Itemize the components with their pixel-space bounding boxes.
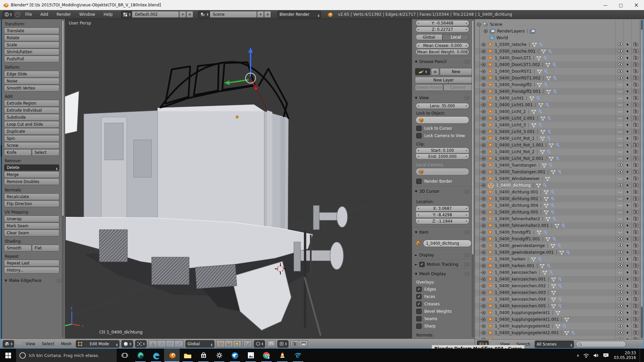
panel-header-3d-cursor[interactable]: ▼3D Cursor <box>415 189 473 194</box>
collapse-expand-icon[interactable] <box>482 317 486 321</box>
screen-layout-browse[interactable]: ▲▼ <box>121 11 132 18</box>
selectability-cursor-icon[interactable] <box>626 230 630 235</box>
orientation-select[interactable]: Global▲▼ <box>185 340 214 348</box>
visibility-eye-icon[interactable] <box>618 136 623 140</box>
object-name[interactable]: 1_0400_gewindestannge.001 <box>495 250 554 255</box>
selectability-cursor-icon[interactable] <box>626 42 630 47</box>
selectability-cursor-icon[interactable] <box>626 243 630 248</box>
selectability-cursor-icon[interactable] <box>626 196 630 201</box>
collapse-expand-icon[interactable] <box>482 244 486 248</box>
outliner-row[interactable]: 1_0400_Licht_Rot_2| <box>475 148 644 155</box>
checkbox[interactable]: ✓ <box>416 294 422 299</box>
menu-window[interactable]: Window <box>76 12 98 17</box>
visibility-eye-icon[interactable] <box>618 123 623 127</box>
selectability-cursor-icon[interactable] <box>626 183 630 188</box>
taskbar-thunderbird-icon[interactable] <box>227 349 243 362</box>
selectability-cursor-icon[interactable] <box>626 257 630 261</box>
renderability-camera-icon[interactable] <box>633 304 638 308</box>
checkbox[interactable]: ✓ <box>416 301 422 307</box>
collapse-expand-icon[interactable] <box>482 270 486 275</box>
renderability-camera-icon[interactable] <box>633 149 638 154</box>
outliner-row[interactable]: 1_0400_Licht_3| <box>475 122 644 128</box>
collapse-expand-icon[interactable] <box>482 43 486 47</box>
visibility-eye-icon[interactable] <box>618 96 623 100</box>
object-name[interactable]: 1_0400_Tuerstangen.001 <box>495 170 545 174</box>
outliner-row[interactable]: 1_0400_frondgiff1.001| <box>475 236 644 242</box>
visibility-eye-icon[interactable] <box>618 250 623 254</box>
selectability-cursor-icon[interactable] <box>626 284 630 288</box>
renderability-camera-icon[interactable] <box>633 237 638 241</box>
decrement-arrow-icon[interactable]: ◂ <box>418 21 419 24</box>
tool-button-extrude-individual[interactable]: Extrude Individual <box>4 107 59 114</box>
panel-drag-grip[interactable] <box>464 96 470 100</box>
face-select-button[interactable] <box>233 340 241 347</box>
selectability-cursor-icon[interactable] <box>626 143 630 147</box>
panel-header-grease-pencil[interactable]: ▼Grease Pencil <box>415 59 473 64</box>
world-name[interactable]: World <box>496 36 508 40</box>
collapse-expand-icon[interactable] <box>482 264 486 268</box>
taskbar-file-explorer-icon[interactable] <box>180 349 196 362</box>
renderability-camera-icon[interactable] <box>633 263 638 267</box>
opengl-render-anim-button[interactable] <box>299 340 308 347</box>
selectability-cursor-icon[interactable] <box>626 277 630 282</box>
renderability-camera-icon[interactable] <box>633 203 638 207</box>
renderability-camera-icon[interactable] <box>633 89 638 93</box>
visibility-eye-icon[interactable] <box>618 237 623 241</box>
checkbox[interactable]: ✓ <box>416 287 422 292</box>
object-name[interactable]: 1_0400_Frondgiff2 <box>495 82 532 87</box>
collapse-expand-icon[interactable] <box>482 69 486 73</box>
object-name[interactable]: 1_0400_kennzeichen <box>495 270 537 275</box>
opengl-render-button[interactable] <box>290 340 299 347</box>
show-desktop-button[interactable] <box>640 349 642 362</box>
panel-header-motion-tracking[interactable]: ►✓Motion Tracking <box>415 262 473 267</box>
object-name[interactable]: 1_0400_Licht_Rot_2 <box>495 149 535 154</box>
visibility-eye-icon[interactable] <box>618 62 623 66</box>
visibility-eye-icon[interactable] <box>618 143 623 147</box>
visibility-eye-icon[interactable] <box>618 263 623 267</box>
collapse-expand-icon[interactable] <box>482 103 486 107</box>
collapse-expand-icon[interactable] <box>482 89 486 94</box>
decrement-arrow-icon[interactable]: ◂ <box>418 155 419 158</box>
outliner-row[interactable]: Scene <box>475 21 644 28</box>
visibility-eye-icon[interactable] <box>618 230 623 234</box>
collapse-expand-icon[interactable] <box>482 96 486 100</box>
increment-arrow-icon[interactable]: ▸ <box>466 50 467 53</box>
selectability-cursor-icon[interactable] <box>626 203 630 208</box>
grease-pencil-add-button[interactable]: + <box>431 68 439 75</box>
collapse-expand-icon[interactable] <box>482 110 486 114</box>
object-name[interactable]: 1_0400_Licht_3 <box>495 123 526 127</box>
visibility-eye-icon[interactable] <box>618 163 623 167</box>
renderability-camera-icon[interactable] <box>633 62 638 66</box>
snap-magnet-button[interactable] <box>267 340 275 347</box>
screen-layout-field[interactable]: Default.002 <box>132 11 179 18</box>
object-name[interactable]: 1_0400_kupplungsgelenkt2 <box>495 324 550 328</box>
collapse-expand-icon[interactable] <box>482 277 486 281</box>
taskbar-settings-icon[interactable] <box>211 349 227 362</box>
increment-arrow-icon[interactable]: ▸ <box>466 149 467 152</box>
outliner-row[interactable]: 1_0400_Licht_Rot_2.001| <box>475 155 644 162</box>
tool-button-smooth-vertex[interactable]: Smooth Vertex <box>4 85 59 92</box>
minimize-button[interactable]: — <box>598 0 613 10</box>
checkbox[interactable]: ✓ <box>416 309 422 314</box>
taskbar-media-app-icon[interactable] <box>132 349 148 362</box>
selectability-cursor-icon[interactable] <box>626 149 630 154</box>
render-engine-select[interactable]: Blender Render▲▼ <box>277 11 321 18</box>
selectability-cursor-icon[interactable] <box>626 156 630 161</box>
clip-start-slider[interactable]: ◂Start: 0.100▸ <box>416 147 469 154</box>
renderability-camera-icon[interactable] <box>633 284 638 288</box>
renderability-camera-icon[interactable] <box>633 217 638 221</box>
delete-scene-button[interactable]: × <box>264 11 271 18</box>
selectability-cursor-icon[interactable] <box>626 237 630 241</box>
panel-drag-grip[interactable] <box>464 262 470 267</box>
outliner-row[interactable]: 1_0400_fahnenhalter2| <box>475 216 644 222</box>
tool-button-mark-seam[interactable]: Mark Seam <box>4 223 59 229</box>
outliner-row[interactable]: 1_0400_Tuerstangen| <box>475 162 644 169</box>
taskbar-task-view-icon[interactable] <box>117 349 132 362</box>
object-name[interactable]: 1_0400_harken <box>495 257 526 261</box>
cortana-search-box[interactable]: Ich bin Cortana. Frag mich etwas. <box>16 349 117 362</box>
increment-arrow-icon[interactable]: ▸ <box>466 220 467 223</box>
selectability-cursor-icon[interactable] <box>626 330 630 335</box>
visibility-eye-icon[interactable] <box>618 217 623 221</box>
start-button[interactable] <box>0 349 16 362</box>
outliner-row[interactable]: 1_0400_Frondgiff2.001| <box>475 88 644 95</box>
